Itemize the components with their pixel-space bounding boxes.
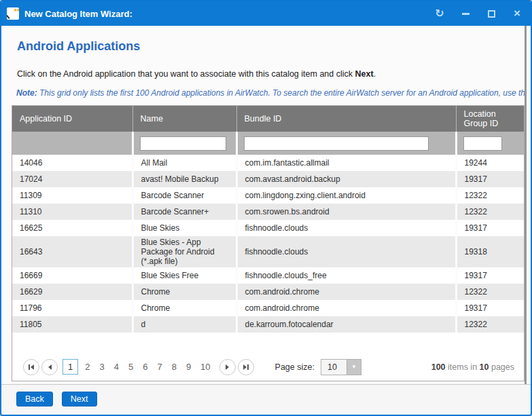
table-row[interactable]: 16643 Blue Skies - App Package for Andro… — [12, 236, 524, 267]
last-page-button[interactable] — [238, 359, 254, 375]
back-button[interactable]: Back — [16, 392, 53, 406]
table-row[interactable]: 16625 Blue Skies fishnoodle.clouds 19317 — [12, 220, 524, 236]
cell-bundle-id[interactable]: com.avast.android.backup — [236, 171, 456, 187]
table-row[interactable]: 17024 avast! Mobile Backup com.avast.and… — [12, 171, 524, 187]
page-number[interactable]: 2 — [81, 362, 94, 372]
previous-page-button[interactable] — [41, 359, 58, 375]
page-number-current[interactable]: 1 — [63, 359, 78, 375]
cell-bundle-id[interactable]: com.im.fantastic.allmail — [236, 155, 456, 171]
table-row[interactable]: 16669 Blue Skies Free fishnoodle.clouds_… — [12, 267, 524, 284]
cell-location-group-id[interactable]: 19318 — [456, 236, 524, 267]
page-number[interactable]: 6 — [139, 362, 152, 372]
cell-name[interactable]: Barcode Scanner+ — [132, 204, 236, 220]
bundle-id-filter-input[interactable] — [244, 136, 429, 151]
table-row[interactable]: 11796 Chrome com.android.chrome 19317 — [12, 300, 524, 316]
minimize-icon[interactable] — [460, 8, 471, 19]
filter-cell-application-id — [12, 132, 132, 155]
filter-cell-name — [132, 132, 236, 155]
page-number[interactable]: 3 — [95, 362, 108, 372]
content-right-edge — [525, 26, 527, 384]
page-number[interactable]: 7 — [153, 362, 166, 372]
page-size-dropdown[interactable]: 10 ▼ — [321, 359, 361, 375]
table-row[interactable]: 11805 d de.karroum.fotocalendar 12322 — [12, 316, 524, 333]
chevron-down-icon[interactable]: ▼ — [347, 360, 361, 375]
cell-location-group-id[interactable]: 19317 — [456, 267, 524, 284]
cell-application-id[interactable]: 16625 — [12, 220, 132, 236]
title-bar: ★★ New Catalog Item Wizard: ↻ × — [1, 1, 531, 26]
cell-name[interactable]: avast! Mobile Backup — [132, 171, 236, 187]
column-header-application-id[interactable]: Application ID — [12, 106, 132, 132]
next-page-button[interactable] — [219, 359, 236, 375]
applications-table: Application ID Name Bundle ID Location G… — [12, 106, 524, 333]
next-button[interactable]: Next — [62, 392, 97, 406]
cell-name[interactable]: Blue Skies - App Package for Android (*.… — [132, 236, 236, 267]
table-row[interactable]: 11309 Barcode Scanner com.lingdong.zxing… — [12, 187, 524, 204]
cell-application-id[interactable]: 11796 — [12, 300, 132, 316]
cell-application-id[interactable]: 17024 — [12, 171, 132, 187]
cell-application-id[interactable]: 11310 — [12, 204, 132, 220]
cell-application-id[interactable]: 11805 — [12, 316, 132, 333]
cell-bundle-id[interactable]: fishnoodle.clouds_free — [236, 267, 456, 284]
cell-name[interactable]: d — [132, 316, 236, 333]
cell-bundle-id[interactable]: fishnoodle.clouds — [236, 236, 456, 267]
wizard-window: ★★ New Catalog Item Wizard: ↻ × Android … — [0, 0, 532, 416]
page-number[interactable]: 8 — [168, 362, 181, 372]
location-group-id-filter-input[interactable] — [463, 136, 502, 151]
cell-location-group-id[interactable]: 19244 — [456, 155, 524, 171]
cell-name[interactable]: Blue Skies Free — [132, 267, 236, 284]
first-page-button[interactable] — [23, 359, 39, 375]
cell-name[interactable]: Barcode Scanner — [132, 187, 236, 204]
close-icon[interactable]: × — [512, 8, 522, 19]
cell-application-id[interactable]: 16629 — [12, 284, 132, 300]
cell-location-group-id[interactable]: 12322 — [456, 316, 524, 333]
cell-bundle-id[interactable]: fishnoodle.clouds — [236, 220, 456, 236]
page-size-control: Page size: 10 ▼ — [275, 359, 361, 375]
page-number[interactable]: 10 — [196, 362, 214, 372]
page-number[interactable]: 9 — [182, 362, 195, 372]
column-header-location-group-id[interactable]: Location Group ID — [456, 106, 524, 132]
cell-location-group-id[interactable]: 19317 — [456, 220, 524, 236]
next-page-icon — [226, 364, 229, 370]
column-header-bundle-id[interactable]: Bundle ID — [236, 106, 456, 132]
table-row[interactable]: 16629 Chrome com.android.chrome 12322 — [12, 284, 524, 300]
previous-page-icon — [48, 364, 52, 370]
cell-bundle-id[interactable]: com.android.chrome — [236, 300, 456, 316]
cell-location-group-id[interactable]: 12322 — [456, 204, 524, 220]
table-row[interactable]: 14046 All Mail com.im.fantastic.allmail … — [12, 155, 524, 171]
wizard-wand-icon: ★★ — [7, 7, 19, 20]
cell-location-group-id[interactable]: 12322 — [456, 284, 524, 300]
pager: 1 2 3 4 5 6 7 8 9 10 — [12, 356, 524, 381]
note-text: Note: This grid only lists the first 100… — [1, 79, 525, 98]
first-page-icon — [29, 364, 34, 370]
cell-application-id[interactable]: 11309 — [12, 187, 132, 204]
cell-bundle-id[interactable]: com.lingdong.zxing.client.android — [236, 187, 456, 204]
grid-header-row: Application ID Name Bundle ID Location G… — [12, 106, 524, 132]
cell-application-id[interactable]: 16669 — [12, 267, 132, 284]
grid-filter-row — [12, 132, 524, 155]
cell-name[interactable]: All Mail — [132, 155, 236, 171]
window-title: New Catalog Item Wizard: — [24, 9, 132, 19]
maximize-icon[interactable] — [486, 8, 497, 19]
cell-name[interactable]: Blue Skies — [132, 220, 236, 236]
cell-location-group-id[interactable]: 19317 — [456, 300, 524, 316]
items-summary: 100 items in 10 pages — [431, 362, 517, 372]
cell-name[interactable]: Chrome — [132, 284, 236, 300]
instruction-next-emphasis: Next — [355, 69, 374, 79]
cell-name[interactable]: Chrome — [132, 300, 236, 316]
refresh-icon[interactable]: ↻ — [434, 8, 445, 19]
cell-application-id[interactable]: 14046 — [12, 155, 132, 171]
cell-location-group-id[interactable]: 12322 — [456, 187, 524, 204]
cell-bundle-id[interactable]: de.karroum.fotocalendar — [236, 316, 456, 333]
page-number[interactable]: 4 — [110, 362, 123, 372]
page-size-value: 10 — [321, 360, 347, 375]
cell-bundle-id[interactable]: com.android.chrome — [236, 284, 456, 300]
column-header-name[interactable]: Name — [132, 106, 236, 132]
cell-bundle-id[interactable]: com.srowen.bs.android — [236, 204, 456, 220]
page-number[interactable]: 5 — [124, 362, 137, 372]
wizard-content-panel: Android Applications Click on the Androi… — [1, 26, 531, 385]
cell-application-id[interactable]: 16643 — [12, 236, 132, 267]
table-row[interactable]: 11310 Barcode Scanner+ com.srowen.bs.and… — [12, 204, 524, 220]
filter-cell-bundle-id — [236, 132, 456, 155]
name-filter-input[interactable] — [140, 136, 226, 151]
cell-location-group-id[interactable]: 19317 — [456, 171, 524, 187]
